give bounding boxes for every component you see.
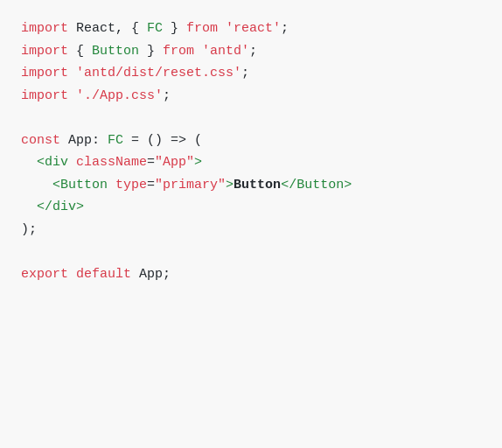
code-line: ); — [21, 219, 481, 242]
code-token: ; — [163, 85, 171, 108]
code-token: export — [21, 263, 68, 286]
code-token: 'antd' — [202, 40, 249, 63]
code-token: = — [147, 151, 155, 174]
code-line: import 'antd/dist/reset.css'; — [21, 62, 481, 85]
code-token — [21, 196, 37, 219]
code-token: App; — [131, 263, 171, 286]
code-line: import { Button } from 'antd'; — [21, 40, 481, 63]
code-token: className — [76, 151, 147, 174]
code-token: 'react' — [226, 18, 281, 40]
code-token: { — [68, 40, 92, 63]
code-token: FC — [108, 130, 123, 152]
code-token: = — [147, 174, 155, 197]
code-token — [108, 174, 115, 197]
code-token: import — [21, 85, 68, 108]
code-token: ; — [241, 62, 249, 85]
code-token: import — [21, 40, 68, 63]
code-line: import React, { FC } from 'react'; — [21, 18, 481, 40]
code-token: = () => ( — [123, 130, 202, 152]
blank-line — [21, 107, 481, 130]
code-editor: import React, { FC } from 'react';import… — [21, 18, 481, 285]
code-line: </div> — [21, 196, 481, 219]
code-token: > — [226, 174, 234, 197]
code-token: React, { — [68, 18, 147, 40]
code-token — [68, 263, 76, 286]
code-token: ; — [249, 40, 257, 63]
code-token: import — [21, 18, 68, 40]
code-token: <Button — [52, 174, 108, 197]
code-token: const — [21, 130, 60, 152]
code-token — [68, 85, 76, 108]
code-line: <div className="App"> — [21, 151, 481, 174]
code-line: import './App.css'; — [21, 85, 481, 108]
code-line: const App: FC = () => ( — [21, 130, 481, 152]
code-token: ); — [21, 219, 37, 242]
code-token — [68, 62, 76, 85]
code-token: Button — [92, 40, 139, 63]
code-line: export default App; — [21, 263, 481, 286]
code-token: 'antd/dist/reset.css' — [76, 62, 241, 85]
code-token: './App.css' — [76, 85, 163, 108]
code-token: type — [115, 174, 147, 197]
code-token: > — [194, 151, 202, 174]
blank-line — [21, 241, 481, 263]
code-token — [68, 151, 76, 174]
code-token: ; — [281, 18, 289, 40]
code-token: Button — [234, 174, 281, 197]
code-token: FC — [147, 18, 163, 40]
code-token — [218, 18, 226, 40]
code-token: <div — [37, 151, 68, 174]
code-token: import — [21, 62, 68, 85]
code-token — [21, 151, 37, 174]
code-line: <Button type="primary">Button</Button> — [21, 174, 481, 197]
code-token: "App" — [155, 151, 194, 174]
code-token — [21, 174, 52, 197]
code-token: App: — [60, 130, 108, 152]
code-token: } — [163, 18, 186, 40]
code-token: "primary" — [155, 174, 226, 197]
code-token: from — [186, 18, 218, 40]
code-token: default — [76, 263, 131, 286]
code-token: from — [163, 40, 194, 63]
code-token — [194, 40, 202, 63]
code-token: </Button> — [281, 174, 352, 197]
code-token: </div> — [37, 196, 84, 219]
code-token: } — [139, 40, 163, 63]
